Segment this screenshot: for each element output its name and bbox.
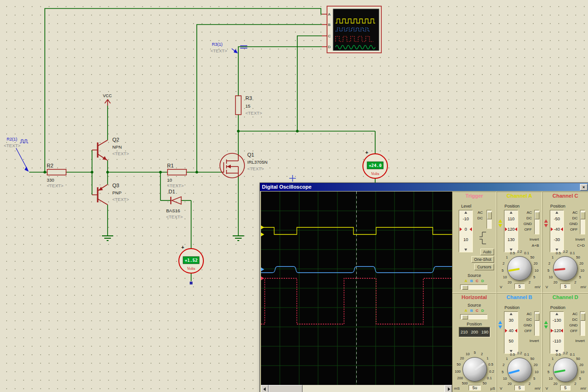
spin-up-icon[interactable] (510, 313, 512, 315)
window-titlebar[interactable]: Digital Oscilloscope × (260, 183, 588, 191)
knob-scale-label: 1 (548, 255, 557, 259)
horizontal-position-spinner[interactable]: 210 200 190 (459, 327, 490, 337)
selector-thumb[interactable] (487, 212, 492, 219)
spin-down-icon[interactable] (464, 249, 467, 251)
channel-c-gain-knob[interactable] (553, 256, 578, 281)
resistor-r1[interactable]: R1 10 <TEXT> (167, 163, 186, 188)
source-c-label: C (476, 309, 479, 313)
coupling-selector[interactable] (580, 210, 585, 234)
channel-d-gain-knob[interactable] (553, 358, 578, 382)
voltmeter-gate[interactable]: + +1.52 Volts (179, 244, 203, 273)
source-a-label: A (464, 279, 467, 283)
scrollbar-thumb[interactable] (269, 385, 302, 392)
r1-ref: R1 (167, 163, 174, 168)
knob-scale-label: 2 (571, 280, 580, 284)
ground-symbol[interactable] (102, 236, 244, 241)
r2-ref: R2 (47, 163, 53, 168)
channel-d-position-spinner[interactable]: -130 -120 -110 (550, 311, 564, 354)
knob-scale-label: 5 (544, 370, 553, 374)
sum-c-plus-d-toggle[interactable]: C+D (562, 243, 585, 248)
knob-scale-label: 5 (498, 370, 507, 374)
channel-marker-down-icon (498, 224, 502, 227)
one-shot-button[interactable]: One-Shot (471, 256, 494, 263)
invert-toggle[interactable]: Invert (516, 237, 539, 242)
spin-up-icon[interactable] (464, 211, 467, 214)
icon-pin-b: B (328, 23, 330, 27)
knob-scale-label: 2 (545, 261, 554, 266)
q3-ref: Q3 (112, 183, 119, 188)
rising-edge-icon[interactable] (479, 232, 487, 237)
knob-scale-label: 0.1 (485, 376, 494, 380)
vcc-power-symbol[interactable]: VCC (103, 93, 112, 106)
knob-scale-label: 1 (502, 357, 512, 361)
channel-marker-up-icon (544, 321, 548, 324)
knob-pointer (554, 369, 565, 373)
knob-scale-label: 2 (545, 363, 554, 367)
position-value: 30 (504, 318, 518, 323)
slider-thumb[interactable] (462, 315, 468, 319)
diode-d1[interactable]: D1 BAS16 <TEXT> (166, 189, 183, 219)
channel-marker-down-icon (544, 325, 548, 329)
selector-thumb[interactable] (580, 212, 585, 219)
position-value: -50 (550, 217, 563, 221)
timebase-knob[interactable] (462, 357, 487, 382)
horizontal-section: Horizontal Source A B C D Position 210 2… (452, 293, 496, 392)
scroll-right-icon[interactable] (445, 385, 452, 392)
horizontal-source-slider[interactable] (460, 314, 487, 319)
slider-thumb[interactable] (462, 285, 468, 290)
icon-pin-d: D (328, 45, 331, 49)
knob-scale-label: 20 (577, 261, 586, 266)
display-scrollbar[interactable] (261, 385, 452, 392)
resistor-r2[interactable]: R2 330 <TEXT> (47, 163, 66, 188)
close-icon[interactable]: × (580, 184, 588, 191)
d1-value: BAS16 (166, 208, 180, 213)
channel-b-position-spinner[interactable]: 30 40 50 (504, 311, 518, 354)
invert-toggle[interactable]: Invert (562, 237, 585, 242)
probe-r2[interactable]: R2(1) <TEXT> (4, 137, 29, 172)
unit-millivolts-label: mV (573, 285, 586, 289)
selector-thumb[interactable] (535, 212, 539, 219)
coupling-gnd-label: GND (563, 323, 578, 327)
trigger-source-slider[interactable] (460, 284, 487, 290)
spin-up-icon[interactable] (555, 211, 558, 214)
voltmeter-drain[interactable]: + +24.0 Volts (363, 150, 387, 178)
mosfet-q1[interactable]: Q1 IRL3705N <TEXT> (220, 152, 268, 178)
sum-a-plus-b-toggle[interactable]: A+B (516, 243, 539, 248)
coupling-selector[interactable] (534, 311, 539, 336)
meter-plus-sign: + (181, 244, 184, 250)
transistor-q3[interactable]: Q3 PNP <TEXT> (92, 183, 129, 205)
probe-r3[interactable]: R3(1) <TEXT> (210, 42, 247, 53)
coupling-selector[interactable] (580, 311, 585, 336)
knob-scale-label: 20 (531, 363, 540, 367)
meter-reading: +1.52 (185, 258, 197, 263)
invert-toggle[interactable]: Invert (516, 339, 539, 343)
h-position-value: 200 (471, 330, 478, 334)
origin-marker (289, 175, 296, 182)
resistor-r3[interactable]: R3 15 <TEXT> (235, 95, 262, 116)
scroll-left-icon[interactable] (261, 385, 269, 392)
level-marker-icon (551, 227, 553, 231)
trigger-level-value: 10 (459, 237, 472, 242)
selector-thumb[interactable] (580, 313, 585, 321)
level-marker-icon (470, 227, 472, 231)
selector-thumb[interactable] (535, 313, 539, 321)
channel-b-title: Channel B (497, 294, 542, 300)
vcc-label: VCC (103, 93, 112, 98)
channel-a-gain-knob[interactable] (507, 256, 532, 281)
knob-scale-label: 20 (577, 363, 586, 367)
auto-button[interactable]: Auto (480, 249, 495, 255)
coupling-selector[interactable] (534, 210, 539, 234)
invert-toggle[interactable]: Invert (562, 339, 585, 343)
transistor-q2[interactable]: Q2 NPN <TEXT> (92, 137, 129, 160)
falling-edge-icon[interactable] (479, 239, 487, 244)
coupling-gnd-label: GND (563, 222, 578, 226)
spin-up-icon[interactable] (510, 211, 512, 214)
scope-display[interactable] (261, 192, 452, 385)
cursors-button[interactable]: Cursors (474, 264, 494, 270)
trigger-coupling-selector[interactable] (487, 210, 492, 229)
channel-marker-up-icon (498, 219, 502, 223)
spin-up-icon[interactable] (555, 313, 558, 315)
oscilloscope-component-icon[interactable]: A B C D (322, 6, 381, 53)
channel-b-gain-knob[interactable] (507, 358, 532, 382)
knob-scale-label: 20 (551, 382, 560, 386)
